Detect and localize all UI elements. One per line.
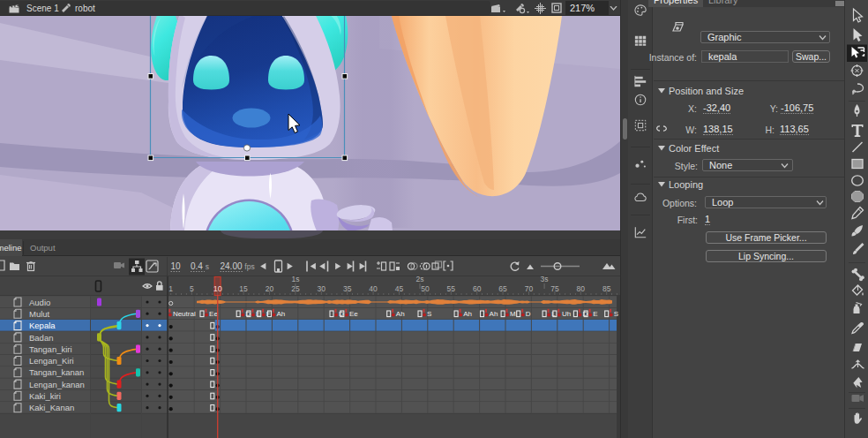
svg-text:30: 30	[318, 284, 326, 293]
svg-text:M: M	[510, 310, 516, 318]
svg-text:50: 50	[421, 284, 430, 293]
svg-text:Tangan_kanan: Tangan_kanan	[29, 367, 84, 377]
svg-text:Badan: Badan	[29, 333, 53, 343]
svg-text:10: 10	[171, 261, 182, 271]
svg-text:E: E	[256, 310, 260, 318]
svg-text:Lengan_Kiri: Lengan_Kiri	[29, 356, 74, 366]
svg-text:0.4 s: 0.4 s	[191, 261, 209, 271]
svg-text:Lengan_kanan: Lengan_kanan	[29, 380, 85, 389]
svg-text:E: E	[593, 310, 597, 318]
svg-text:Ah: Ah	[396, 310, 405, 318]
svg-text:85: 85	[602, 284, 611, 293]
svg-text:Uh: Uh	[562, 310, 571, 318]
svg-text:Ee: Ee	[349, 310, 358, 318]
svg-text:2s: 2s	[416, 275, 424, 283]
svg-text:D: D	[245, 310, 251, 318]
svg-text:Kaki_Kanan: Kaki_Kanan	[29, 403, 74, 412]
svg-text:10: 10	[213, 284, 222, 293]
svg-text:15: 15	[239, 284, 248, 293]
svg-text:60: 60	[473, 284, 482, 293]
svg-text:5: 5	[190, 284, 194, 293]
svg-text:Tangan_kiri: Tangan_kiri	[29, 344, 72, 354]
svg-text:20: 20	[266, 284, 274, 293]
svg-text:80: 80	[577, 284, 586, 293]
svg-text:Kaki_kiri: Kaki_kiri	[29, 391, 61, 401]
svg-text:75: 75	[550, 284, 559, 293]
svg-text:1: 1	[168, 284, 173, 293]
svg-text:65: 65	[498, 284, 507, 293]
svg-text:D: D	[526, 310, 531, 318]
svg-text:Ah: Ah	[490, 310, 498, 318]
svg-text:3s: 3s	[541, 275, 549, 283]
svg-text:70: 70	[525, 284, 534, 293]
svg-text:D: D	[339, 310, 344, 318]
svg-text:45: 45	[395, 284, 404, 293]
svg-text:Ah: Ah	[463, 310, 472, 318]
svg-text:Ee: Ee	[209, 310, 218, 318]
svg-text:35: 35	[343, 284, 352, 293]
svg-text:D: D	[583, 310, 588, 318]
svg-text:55: 55	[447, 284, 456, 293]
svg-text:Audio: Audio	[29, 298, 50, 307]
svg-text:F: F	[266, 310, 271, 318]
svg-text:Neutral: Neutral	[173, 310, 196, 318]
svg-text:S: S	[614, 310, 618, 318]
svg-text:Ah: Ah	[277, 310, 286, 318]
svg-text:L: L	[551, 310, 556, 318]
svg-text:1s: 1s	[291, 275, 299, 283]
svg-text:Mulut: Mulut	[29, 309, 50, 319]
svg-text:Kepala: Kepala	[29, 321, 56, 330]
svg-text:40: 40	[369, 284, 378, 293]
svg-text:S: S	[427, 310, 431, 318]
svg-text:24.00 fps: 24.00 fps	[221, 261, 255, 271]
